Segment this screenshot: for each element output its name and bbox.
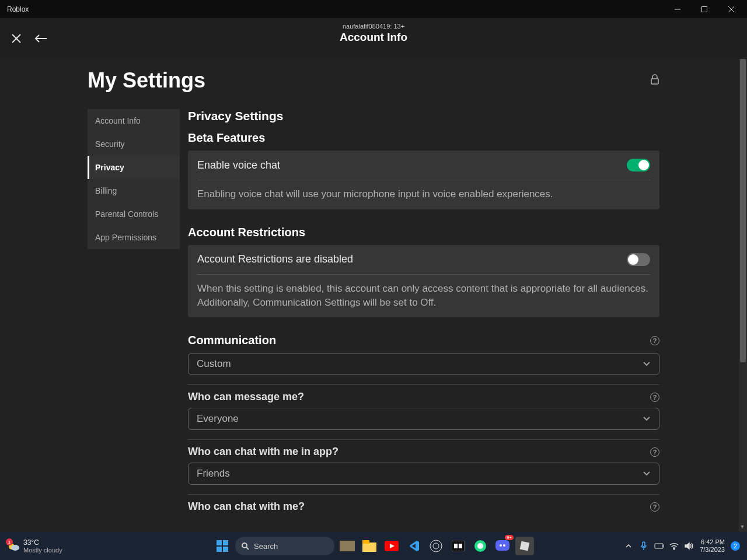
taskbar-app-7[interactable] [471,537,490,555]
help-icon[interactable]: ? [650,502,659,512]
discord-icon[interactable]: 9+ [493,537,512,555]
restrictions-card: Account Restrictions are disabled When t… [188,245,659,318]
search-icon [241,542,249,550]
close-window-button[interactable] [718,0,745,18]
tray-overflow-icon[interactable] [624,541,633,551]
svg-rect-25 [495,540,509,551]
header-subtitle: naufalafif080419: 13+ [340,23,407,30]
app-header: naufalafif080419: 13+ Account Info [0,18,747,59]
svg-rect-14 [362,540,369,544]
maximize-button[interactable] [691,0,718,18]
svg-rect-30 [655,544,663,548]
voice-chat-desc: Enabling voice chat will use your microp… [197,187,650,201]
svg-point-24 [477,543,483,549]
window-title: Roblox [7,5,29,13]
file-explorer-icon[interactable] [360,537,379,555]
svg-rect-7 [651,79,658,84]
chevron-down-icon [643,359,651,369]
search-placeholder: Search [254,542,278,551]
comm-field-label: Who can chat with me in app? [188,446,338,458]
help-icon[interactable]: ? [650,393,659,402]
restrictions-toggle[interactable] [627,253,650,266]
back-icon[interactable] [33,30,49,47]
time: 6:42 PM [700,538,725,546]
lock-icon[interactable] [650,74,659,87]
notification-badge[interactable]: 2 [731,541,740,551]
comm-field-label: Who can message me? [188,391,304,403]
window-controls [664,0,745,18]
svg-point-27 [503,544,505,547]
voice-chat-card: Enable voice chat Enabling voice chat wi… [188,150,659,209]
volume-icon[interactable] [685,541,694,551]
window-titlebar: Roblox [0,0,747,18]
close-icon[interactable] [8,30,25,47]
chevron-down-icon [643,468,651,479]
svg-rect-1 [702,6,707,12]
weather-temp: 33°C [23,538,62,547]
taskbar-app-6[interactable] [449,537,467,555]
minimize-button[interactable] [664,0,691,18]
discord-badge: 9+ [505,535,514,540]
taskbar: 1 33°C Mostly cloudy Search 9+ 6:42 PM 7… [0,532,747,560]
svg-point-9 [11,545,19,551]
svg-rect-28 [520,541,530,551]
battery-icon[interactable] [654,541,664,551]
svg-line-11 [246,547,249,550]
comm-field-dropdown-1[interactable]: Friends [188,463,659,485]
svg-rect-13 [362,542,376,552]
scroll-down-icon[interactable]: ▼ [739,524,745,531]
mic-icon[interactable] [639,541,648,551]
svg-point-18 [430,540,442,552]
sidebar-item-parental-controls[interactable]: Parental Controls [88,202,180,226]
scroll-thumb[interactable] [740,59,746,362]
taskbar-app-1[interactable] [338,537,357,555]
beta-heading: Beta Features [188,131,659,145]
svg-marker-33 [685,543,689,549]
clock[interactable]: 6:42 PM 7/3/2023 [700,538,725,554]
voice-chat-label: Enable voice chat [197,159,280,172]
start-button[interactable] [213,537,232,555]
svg-rect-22 [459,544,462,548]
roblox-icon[interactable] [515,537,534,555]
comm-field-value: Everyone [197,413,239,425]
taskbar-search[interactable]: Search [235,537,334,555]
taskbar-app-5[interactable] [427,537,445,555]
sidebar-item-account-info[interactable]: Account Info [88,109,180,132]
svg-marker-17 [410,541,419,551]
comm-field-dropdown-0[interactable]: Everyone [188,408,659,430]
svg-rect-21 [454,544,458,548]
communication-heading: Communication [188,334,276,347]
voice-chat-toggle[interactable] [627,159,650,172]
svg-rect-31 [663,545,664,547]
youtube-icon[interactable] [382,537,401,555]
svg-point-19 [433,543,439,549]
restrictions-desc: When this setting is enabled, this accou… [197,282,650,310]
help-icon[interactable]: ? [650,336,659,345]
weather-badge: 1 [6,538,13,545]
wifi-icon[interactable] [669,541,679,551]
vscode-icon[interactable] [404,537,423,555]
chevron-down-icon [643,414,651,424]
settings-sidebar: Account InfoSecurityPrivacyBillingParent… [88,109,180,249]
svg-rect-29 [643,542,645,547]
settings-page: My Settings Account InfoSecurityPrivacyB… [0,59,747,532]
restrictions-label: Account Restrictions are disabled [197,253,353,265]
svg-point-32 [673,548,675,550]
communication-mode-dropdown[interactable]: Custom [188,353,659,375]
comm-field-value: Friends [197,468,230,480]
privacy-heading: Privacy Settings [188,109,659,123]
svg-rect-12 [340,541,355,551]
comm-field-label: Who can chat with me? [188,501,305,513]
sidebar-item-security[interactable]: Security [88,132,180,156]
restrictions-heading: Account Restrictions [188,226,659,239]
scrollbar[interactable]: ▲ ▼ [739,59,747,532]
weather-widget[interactable]: 1 33°C Mostly cloudy [7,538,62,554]
sidebar-item-privacy[interactable]: Privacy [88,156,180,179]
sidebar-item-app-permissions[interactable]: App Permissions [88,226,180,249]
weather-icon: 1 [7,540,20,552]
help-icon[interactable]: ? [650,447,659,457]
svg-rect-20 [452,541,465,551]
communication-mode-value: Custom [197,358,231,370]
sidebar-item-billing[interactable]: Billing [88,179,180,202]
page-title: My Settings [88,68,205,93]
